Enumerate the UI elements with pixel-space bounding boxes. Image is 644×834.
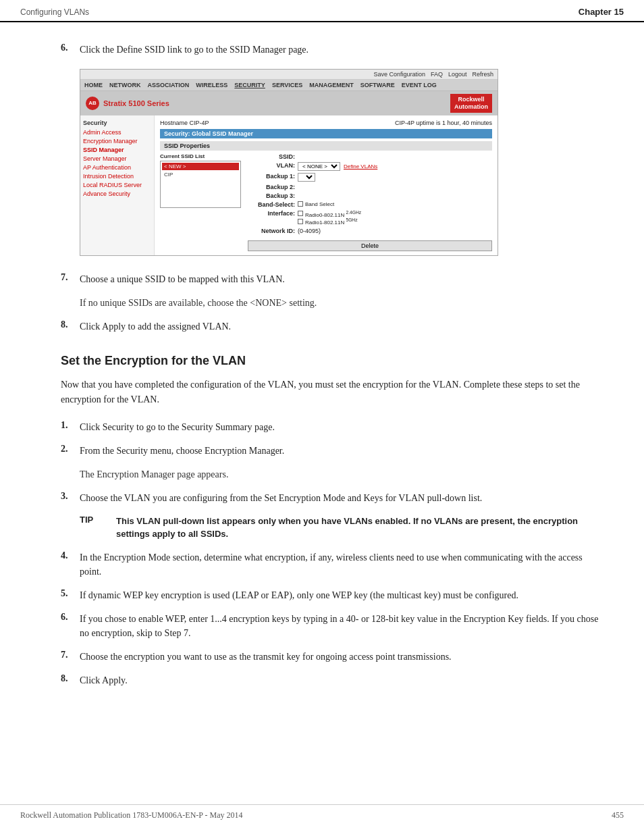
ss-ssid-props-title: SSID Properties bbox=[160, 141, 492, 151]
enc-step-5-text: If dynamic WEP key encryption is used (L… bbox=[80, 588, 603, 602]
ss-nav-software[interactable]: SOFTWARE bbox=[360, 82, 395, 88]
ss-iface-radio1-label: Radio1-802.11N 5GHz bbox=[305, 217, 358, 226]
ss-nav-eventlog[interactable]: EVENT LOG bbox=[402, 82, 437, 88]
ss-main: Hostname CIP-4P CIP-4P uptime is 1 hour,… bbox=[155, 115, 498, 255]
ss-iface-radio1-row: Radio1-802.11N 5GHz bbox=[298, 217, 492, 226]
page-footer: Rockwell Automation Publication 1783-UM0… bbox=[0, 804, 644, 820]
ss-sidebar-server[interactable]: Server Manager bbox=[83, 155, 151, 162]
enc-step-1-number: 1. bbox=[61, 420, 80, 431]
step-7-number: 7. bbox=[61, 272, 80, 283]
ss-ssid-list-title: Current SSID List bbox=[160, 153, 241, 159]
enc-step-6: 6. If you chose to enable WEP, enter 1..… bbox=[61, 612, 603, 640]
ss-band-label: Band-Select: bbox=[248, 201, 295, 208]
footer-center: Rockwell Automation Publication 1783-UM0… bbox=[20, 810, 243, 820]
ss-netid-label: Network ID: bbox=[248, 228, 295, 234]
ss-backup1-label: Backup 1: bbox=[248, 173, 295, 180]
ss-iface-radio0-label: Radio0-802.11N 2.4GHz bbox=[305, 210, 361, 218]
ss-nav-wireless[interactable]: WIRELESS bbox=[196, 82, 227, 88]
ss-interface-label: Interface: bbox=[248, 210, 295, 217]
ss-backup3-label: Backup 3: bbox=[248, 192, 295, 199]
ss-refresh[interactable]: Refresh bbox=[472, 71, 493, 78]
ss-nav-security[interactable]: SECURITY bbox=[234, 82, 265, 88]
ss-hostname: Hostname CIP-4P bbox=[160, 120, 209, 126]
enc-step-4-text: In the Encryption Mode section, determin… bbox=[80, 550, 603, 579]
enc-step-2-number: 2. bbox=[61, 444, 80, 454]
step-6: 6. Click the Define SSID link to go to t… bbox=[61, 43, 603, 57]
ss-sidebar-intrusion[interactable]: Intrusion Detection bbox=[83, 173, 151, 180]
ss-band-value: Band Select bbox=[298, 201, 492, 207]
ss-field-band: Band-Select: Band Select bbox=[248, 201, 492, 208]
ss-nav-network[interactable]: NETWORK bbox=[109, 82, 141, 88]
ss-logo-area: AB Stratix 5100 Series bbox=[86, 97, 169, 110]
ss-section-title: Security: Global SSID Manager bbox=[160, 129, 492, 138]
enc-step-8: 8. Click Apply. bbox=[61, 673, 603, 687]
ss-delete-button[interactable]: Delete bbox=[248, 240, 492, 251]
ss-iface-radio1-checkbox[interactable] bbox=[298, 219, 303, 224]
step-8-text: Click Apply to add the assigned VLAN. bbox=[80, 319, 603, 334]
ss-hostname-row: Hostname CIP-4P CIP-4P uptime is 1 hour,… bbox=[160, 120, 492, 126]
ss-backup1-select[interactable] bbox=[298, 173, 315, 182]
screenshot: Save Configuration FAQ Logout Refresh HO… bbox=[80, 69, 498, 256]
ss-nav-services[interactable]: SERVICES bbox=[272, 82, 302, 88]
enc-step-5-number: 5. bbox=[61, 588, 80, 599]
ss-define-vlans-link[interactable]: Define VLANs bbox=[344, 163, 377, 170]
enc-step-3: 3. Choose the VLAN you are configuring f… bbox=[61, 491, 603, 505]
ss-rockwell-logo: Rockwell Automation bbox=[450, 94, 492, 113]
ss-ssid-content: Current SSID List < NEW > CIP SSID: bbox=[160, 153, 492, 251]
intro-paragraph: Now that you have completed the configur… bbox=[61, 377, 603, 408]
ss-ssid-item-new[interactable]: < NEW > bbox=[162, 163, 239, 170]
ss-field-backup2: Backup 2: bbox=[248, 184, 492, 190]
ss-logo-icon: AB bbox=[86, 97, 99, 110]
ss-sidebar-radius[interactable]: Local RADIUS Server bbox=[83, 182, 151, 188]
ss-interface-value: Radio0-802.11N 2.4GHz Radio1-802.11N 5GH… bbox=[298, 210, 492, 226]
ss-nav-association[interactable]: ASSOCIATION bbox=[148, 82, 190, 88]
chapter-left-label: Configuring VLANs bbox=[20, 7, 89, 17]
ss-ssid-listbox[interactable]: < NEW > CIP bbox=[160, 161, 241, 208]
ss-field-ssid: SSID: bbox=[248, 153, 492, 160]
enc-step-2-text: From the Security menu, choose Encryptio… bbox=[80, 444, 603, 458]
ss-body: Security Admin Access Encryption Manager… bbox=[80, 115, 498, 255]
ss-save-config[interactable]: Save Configuration bbox=[373, 71, 425, 78]
section-heading: Set the Encryption for the VLAN bbox=[61, 354, 603, 368]
enc-step-6-number: 6. bbox=[61, 612, 80, 623]
ss-nav-bar: HOME NETWORK ASSOCIATION WIRELESS SECURI… bbox=[80, 80, 498, 91]
step-7: 7. Choose a unique SSID to be mapped wit… bbox=[61, 272, 603, 286]
ss-logout[interactable]: Logout bbox=[448, 71, 467, 78]
ss-sidebar-encryption[interactable]: Encryption Manager bbox=[83, 138, 151, 145]
ss-sidebar-advance[interactable]: Advance Security bbox=[83, 190, 151, 197]
enc-step-8-number: 8. bbox=[61, 673, 80, 684]
tip-box: TIP This VLAN pull-down list appears onl… bbox=[80, 515, 603, 541]
enc-step-3-text: Choose the VLAN you are configuring from… bbox=[80, 491, 603, 505]
ss-iface-radio0-checkbox[interactable] bbox=[298, 211, 303, 216]
footer-page-number: 455 bbox=[612, 810, 624, 820]
ss-sidebar: Security Admin Access Encryption Manager… bbox=[80, 115, 155, 255]
ss-field-vlan-value: < NONE > Define VLANs bbox=[298, 162, 492, 171]
enc-step-2-note: The Encryption Manager page appears. bbox=[80, 467, 603, 481]
ss-field-ssid-label: SSID: bbox=[248, 153, 295, 160]
step-8-number: 8. bbox=[61, 319, 80, 330]
ss-sidebar-admin[interactable]: Admin Access bbox=[83, 129, 151, 136]
ss-backup1-value bbox=[298, 173, 492, 182]
step-6-number: 6. bbox=[61, 43, 80, 53]
page-header: Configuring VLANs Chapter 15 bbox=[0, 0, 644, 22]
enc-step-6-text: If you chose to enable WEP, enter 1...4 … bbox=[80, 612, 603, 640]
ss-field-backup3: Backup 3: bbox=[248, 192, 492, 199]
chapter-label: Chapter 15 bbox=[579, 7, 624, 17]
ss-nav-home[interactable]: HOME bbox=[84, 82, 103, 88]
ss-ssid-item-cip[interactable]: CIP bbox=[162, 171, 239, 178]
ss-ssid-list: Current SSID List < NEW > CIP bbox=[160, 153, 241, 251]
ss-sidebar-ap-auth[interactable]: AP Authentication bbox=[83, 164, 151, 171]
ss-band-checkbox-row: Band Select bbox=[298, 201, 492, 207]
step-8: 8. Click Apply to add the assigned VLAN. bbox=[61, 319, 603, 334]
ss-vlan-select[interactable]: < NONE > bbox=[298, 162, 340, 171]
ss-band-checkbox[interactable] bbox=[298, 201, 303, 207]
ss-nav-management[interactable]: MANAGEMENT bbox=[309, 82, 354, 88]
ss-top-bar: Save Configuration FAQ Logout Refresh bbox=[80, 70, 498, 80]
enc-step-1: 1. Click Security to go to the Security … bbox=[61, 420, 603, 434]
ss-faq[interactable]: FAQ bbox=[431, 71, 443, 78]
main-content: 6. Click the Define SSID link to go to t… bbox=[0, 22, 644, 717]
ss-field-netid: Network ID: (0-4095) bbox=[248, 228, 492, 234]
ss-sidebar-ssid[interactable]: SSID Manager bbox=[83, 147, 151, 153]
enc-step-4-number: 4. bbox=[61, 550, 80, 561]
ss-field-backup1: Backup 1: bbox=[248, 173, 492, 182]
